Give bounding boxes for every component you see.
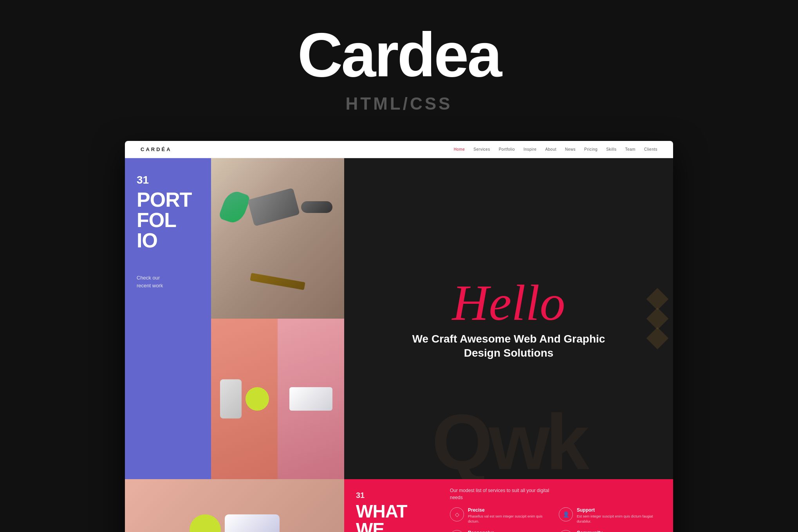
nav-link-about[interactable]: About xyxy=(545,147,556,151)
portfolio-image-bottom-left xyxy=(211,319,278,479)
portfolio-description: Check our recent work xyxy=(137,274,199,289)
nav-logo: CARDÉA xyxy=(141,146,172,152)
decorative-neon-cables xyxy=(190,514,221,532)
portfolio-number: 31 xyxy=(137,174,199,186)
nav-link-portfolio[interactable]: Portfolio xyxy=(499,147,515,151)
precise-icon: ◇ xyxy=(450,507,464,521)
nav-links: Home Services Portfolio Inspire About Ne… xyxy=(454,147,657,151)
what-we-do-left: 31 WHAT WE DO Our modest list of service… xyxy=(344,479,438,532)
nav-link-team[interactable]: Team xyxy=(625,147,635,151)
wwd-number: 31 xyxy=(356,491,426,500)
bottom-left-placeholder xyxy=(125,479,344,532)
decorative-sneakers-bottom xyxy=(225,514,280,532)
community-icon: ☗ xyxy=(559,530,573,532)
service-item-support: 👤 Support Est sem integer suscipit enim … xyxy=(559,507,661,524)
nav-link-home[interactable]: Home xyxy=(454,147,465,151)
decorative-phone xyxy=(220,379,242,418)
page-title: Cardea xyxy=(0,23,798,86)
decorative-belt xyxy=(250,273,305,290)
navbar: CARDÉA Home Services Portfolio Inspire A… xyxy=(125,141,673,158)
service-item-precise: ◇ Precise Phasellus val est sem integer … xyxy=(450,507,552,524)
service-item-responsive: ⊞ Responsive Donec val est sem integer s… xyxy=(450,530,552,532)
decorative-sunglasses xyxy=(301,201,332,213)
nav-link-inspire[interactable]: Inspire xyxy=(524,147,537,151)
nav-link-clients[interactable]: Clients xyxy=(644,147,657,151)
responsive-icon: ⊞ xyxy=(450,530,464,532)
service-text-community: Community Lorem integer suscipit enim qu… xyxy=(577,530,661,532)
portfolio-text-col: 31 PORT FOL IO Check our recent work xyxy=(125,158,211,479)
service-desc-support: Est sem integer suscipit enim quis dictu… xyxy=(577,514,661,524)
what-we-do-panel: 31 WHAT WE DO Our modest list of service… xyxy=(344,479,673,532)
service-text-precise: Precise Phasellus val est sem integer su… xyxy=(468,507,552,524)
support-icon: 👤 xyxy=(559,507,573,521)
hero-tagline: We Craft Awesome Web And Graphic Design … xyxy=(411,332,607,361)
wwd-intro-text: Our modest list of services to suit all … xyxy=(450,487,560,501)
service-text-responsive: Responsive Donec val est sem integer sus… xyxy=(468,530,552,532)
nav-link-pricing[interactable]: Pricing xyxy=(584,147,598,151)
top-section: Cardea HTML/CSS xyxy=(0,0,798,129)
service-name-precise: Precise xyxy=(468,507,552,513)
wwd-title: WHAT WE DO xyxy=(356,502,426,532)
service-desc-precise: Phasellus val est sem integer suscipit e… xyxy=(468,514,552,524)
service-name-support: Support xyxy=(577,507,661,513)
services-grid: ◇ Precise Phasellus val est sem integer … xyxy=(450,507,661,532)
decorative-cables xyxy=(246,387,269,411)
portfolio-image-bottom-right xyxy=(278,319,344,479)
service-name-community: Community xyxy=(577,530,661,532)
portfolio-images xyxy=(211,158,344,479)
hero-content: Hello We Craft Awesome Web And Graphic D… xyxy=(344,158,673,479)
bottom-section: 31 WHAT WE DO Our modest list of service… xyxy=(125,479,673,532)
decorative-shoes-colorful xyxy=(289,387,332,411)
hello-heading: Hello xyxy=(452,277,565,328)
service-name-responsive: Responsive xyxy=(468,530,552,532)
portfolio-images-bottom xyxy=(211,319,344,479)
browser-mockup: CARDÉA Home Services Portfolio Inspire A… xyxy=(125,141,673,532)
hero-panel: Qwk Hello We Craft Awesome Web And Graph… xyxy=(344,158,673,479)
decorative-sneaker xyxy=(247,188,300,227)
bottom-left-image xyxy=(125,479,344,532)
content-area: 31 PORT FOL IO Check our recent work xyxy=(125,158,673,479)
page-subtitle: HTML/CSS xyxy=(0,94,798,114)
what-we-do-right: Our modest list of services to suit all … xyxy=(438,479,673,532)
decorative-leaves xyxy=(218,188,251,226)
service-text-support: Support Est sem integer suscipit enim qu… xyxy=(577,507,661,524)
portfolio-panel: 31 PORT FOL IO Check our recent work xyxy=(125,158,344,479)
nav-link-skills[interactable]: Skills xyxy=(606,147,616,151)
nav-link-services[interactable]: Services xyxy=(473,147,490,151)
portfolio-image-top xyxy=(211,158,344,319)
portfolio-title: PORT FOL IO xyxy=(137,189,199,251)
nav-link-news[interactable]: News xyxy=(565,147,576,151)
service-item-community: ☗ Community Lorem integer suscipit enim … xyxy=(559,530,661,532)
